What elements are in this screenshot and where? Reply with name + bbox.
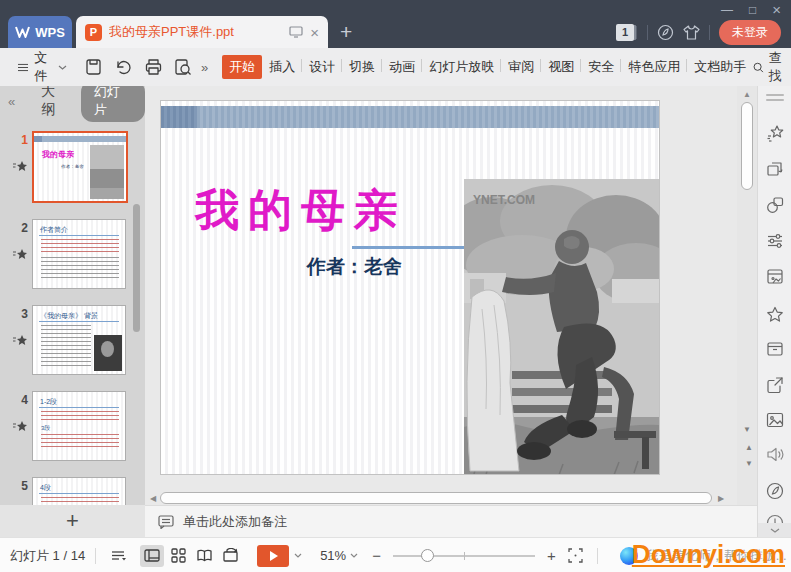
slide-thumbnail-1[interactable]: 1 我的母亲 作者：老舍 (6, 131, 145, 203)
play-slideshow-button[interactable] (257, 545, 289, 567)
material-box-icon[interactable] (766, 341, 784, 357)
shapes-icon[interactable] (766, 196, 784, 214)
maximize-button[interactable]: □ (749, 3, 756, 17)
present-monitor-icon[interactable] (289, 26, 303, 38)
play-icon (270, 551, 278, 561)
divider (709, 25, 710, 40)
wps-logo-icon (15, 26, 30, 38)
star-favorites-icon[interactable] (766, 306, 784, 324)
slide-title-text[interactable]: 我的母亲 (195, 181, 407, 240)
slide-transition-icon[interactable] (766, 160, 784, 178)
login-button[interactable]: 未登录 (719, 20, 781, 45)
tab-design[interactable]: 设计 (302, 55, 342, 79)
slide-thumbnail-5[interactable]: 5 4段 (6, 477, 145, 505)
fit-to-window-icon[interactable] (568, 548, 583, 563)
wps-presentation-window: — □ × WPS P 我的母亲PPT课件.ppt × + 1 未登录 文件 (0, 0, 791, 572)
divider (647, 25, 648, 40)
previous-slide-button[interactable]: ▲ (737, 444, 757, 451)
chevron-down-icon (58, 65, 67, 70)
tab-doc-assistant[interactable]: 文档助手 (687, 55, 753, 79)
promo-leaf-icon[interactable] (657, 24, 674, 41)
zoom-in-button[interactable]: + (547, 547, 556, 564)
notes-icon (158, 515, 174, 529)
security-badge-icon[interactable] (766, 482, 784, 500)
vertical-scrollbar-thumb[interactable] (741, 102, 753, 190)
next-slide-button[interactable]: ▼ (737, 460, 757, 467)
thumbnail-list: 1 我的母亲 作者：老舍 2 作者简介 (0, 118, 145, 505)
document-count-badge[interactable]: 1 (616, 24, 634, 41)
slideshow-icon (222, 548, 239, 563)
zoom-slider[interactable] (393, 555, 535, 557)
print-icon[interactable] (145, 59, 162, 75)
strip-drag-handle[interactable] (766, 94, 784, 104)
grid-view-icon (171, 548, 186, 563)
document-tab[interactable]: P 我的母亲PPT课件.ppt × (76, 16, 328, 48)
collapse-panel-icon[interactable]: « (8, 94, 15, 109)
scroll-up-arrow[interactable]: ▲ (737, 90, 757, 99)
right-tool-strip (757, 86, 791, 537)
slideshow-view-button[interactable] (218, 545, 242, 567)
design-resources-icon[interactable] (766, 268, 784, 286)
tab-review[interactable]: 审阅 (501, 55, 541, 79)
tab-slides[interactable]: 幻灯片 (81, 86, 145, 122)
picture-icon[interactable] (766, 412, 784, 428)
scroll-left-arrow[interactable]: ◀ (150, 494, 156, 503)
horizontal-scrollbar[interactable] (160, 492, 712, 504)
skin-theme-icon[interactable] (683, 25, 700, 40)
slide-editor[interactable]: 我的母亲 作者：老舍 (160, 100, 660, 475)
animation-star-icon (13, 420, 28, 433)
slide-number: 1 (21, 133, 28, 147)
close-button[interactable]: × (772, 3, 781, 17)
normal-view-button[interactable] (140, 545, 164, 567)
new-slide-button[interactable]: + (0, 505, 145, 537)
reading-view-button[interactable] (192, 545, 216, 567)
divider (597, 548, 598, 564)
laoshe-statue-photo[interactable]: YNET.COM (464, 179, 659, 475)
notes-toggle-button[interactable] (107, 545, 131, 567)
tab-animation[interactable]: 动画 (382, 55, 422, 79)
slide-thumbnail-2[interactable]: 2 作者简介 (6, 219, 145, 289)
tab-outline[interactable]: 大纲 (41, 86, 68, 119)
share-icon[interactable] (766, 376, 784, 394)
find-button[interactable]: 查找 (753, 49, 787, 85)
animation-star-icon (13, 248, 28, 261)
close-tab-icon[interactable]: × (310, 24, 319, 41)
minimize-button[interactable]: — (721, 3, 733, 17)
tab-home[interactable]: 开始 (222, 55, 262, 79)
slide-thumbnail-3[interactable]: 3 《我的母亲》 背景 (6, 305, 145, 375)
wps-home-tab[interactable]: WPS (8, 16, 72, 48)
tab-transition[interactable]: 切换 (342, 55, 382, 79)
scroll-down-arrow[interactable]: ▼ (737, 426, 757, 433)
assistant-hint-text[interactable]: 我是美化师，帮你排版... (646, 547, 787, 565)
slide-thumbnail-4[interactable]: 4 1-2段 3段 (6, 391, 145, 461)
slide-title-underline (352, 246, 470, 249)
slide-number: 2 (21, 221, 28, 235)
save-icon[interactable] (85, 59, 102, 75)
undo-icon[interactable] (115, 60, 132, 75)
strip-collapse-button[interactable] (758, 523, 791, 537)
print-preview-icon[interactable] (175, 59, 191, 75)
notes-bar[interactable]: 单击此处添加备注 (145, 505, 757, 537)
smart-beautify-sphere-icon[interactable] (620, 547, 638, 565)
object-properties-icon[interactable] (766, 232, 784, 250)
tab-special-apps[interactable]: 特色应用 (621, 55, 687, 79)
titlebar: — □ × WPS P 我的母亲PPT课件.ppt × + 1 未登录 (0, 0, 791, 48)
tab-view[interactable]: 视图 (541, 55, 581, 79)
slide-sorter-button[interactable] (166, 545, 190, 567)
zoom-slider-thumb[interactable] (421, 549, 434, 562)
zoom-level[interactable]: 51% (320, 548, 358, 563)
file-menu[interactable]: 文件 (18, 49, 67, 85)
mini-slide-subtitle: 作者：老舍 (61, 163, 84, 168)
speaker-icon[interactable] (766, 446, 785, 463)
tab-slideshow[interactable]: 幻灯片放映 (422, 55, 501, 79)
smart-beautify-icon[interactable] (766, 124, 784, 142)
tab-insert[interactable]: 插入 (262, 55, 302, 79)
scroll-right-arrow[interactable]: ▶ (718, 494, 724, 503)
slide-author-text[interactable]: 作者：老舍 (307, 254, 402, 280)
zoom-out-button[interactable]: − (372, 547, 381, 564)
more-commands-icon[interactable]: » (201, 60, 208, 75)
panel-scrollbar-thumb[interactable] (133, 204, 140, 332)
new-tab-button[interactable]: + (340, 20, 352, 44)
tab-security[interactable]: 安全 (581, 55, 621, 79)
play-options-chevron-icon[interactable] (294, 553, 302, 558)
